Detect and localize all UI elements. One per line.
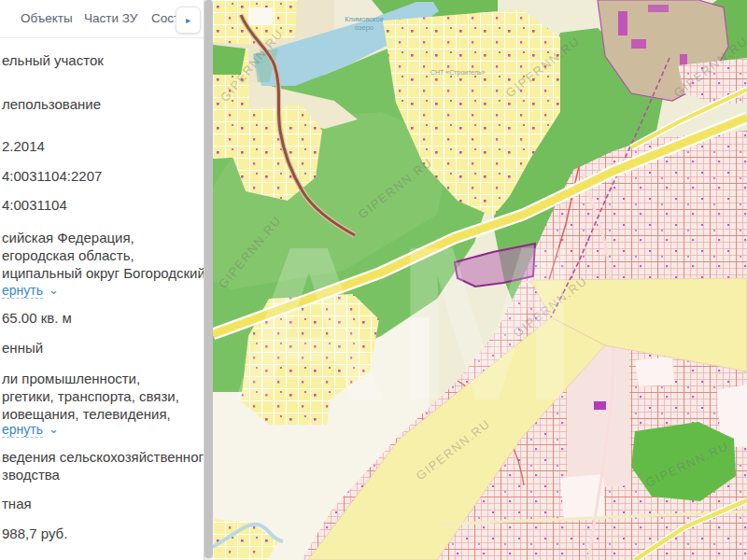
object-type-value: ельный участок (2, 52, 200, 68)
permitted-use-line-2: зводства (2, 467, 200, 483)
land-category-line-1: ли промышленности, (2, 371, 200, 386)
chevron-down-icon: ⌄ (49, 283, 59, 297)
land-category-line-2: ргетики, транспорта, связи, (2, 388, 200, 404)
tab-objects[interactable]: Объекты (21, 11, 73, 25)
ownership-form: тная (2, 496, 200, 511)
tab-parts-zu[interactable]: Части ЗУ (84, 11, 137, 25)
big-site-watermark: АМ (230, 201, 585, 446)
permitted-use-line-1: ведения сельскохозяйственного (2, 449, 200, 465)
expand-link-address[interactable]: ернуть⌄ (2, 283, 200, 298)
object-info-panel: Объекты Части ЗУ Соста ▸ ельный участок … (0, 0, 213, 560)
cadastral-value: 988,7 руб. (2, 525, 200, 541)
accuracy-status: енный (2, 340, 200, 356)
address-line-2: егородская область, (2, 247, 200, 263)
scrollbar-thumb[interactable] (204, 0, 213, 558)
chevron-down-icon: ⌄ (49, 422, 59, 436)
expand-link-label[interactable]: ернуть (2, 283, 43, 299)
cadastral-number: 4:0031104:2207 (2, 168, 200, 184)
address-line-1: сийская Федерация, (2, 230, 200, 245)
cadastral-quarter: 4:0031104 (2, 197, 200, 213)
cadastral-map-app: Объекты Части ЗУ Соста ▸ ельный участок … (0, 0, 747, 560)
land-category-line-3: иовещания, телевидения, (2, 406, 200, 422)
tabs-scroll-button[interactable]: ▸ (176, 7, 201, 34)
lake-label: Климовское (345, 15, 384, 23)
panel-scrollbar[interactable] (204, 0, 213, 560)
chevron-right-icon: ▸ (186, 16, 190, 25)
panel-tab-bar: Объекты Части ЗУ Соста ▸ (0, 0, 204, 38)
snt-label: СНТ «Строитель» (430, 69, 486, 77)
area-value: 65.00 кв. м (2, 310, 200, 326)
cadastral-map[interactable]: GIPERNN.RU GIPERNN.RU GIPERNN.RU GIPERNN… (213, 0, 747, 560)
registration-date: 2.2014 (2, 138, 200, 154)
lake-label: озеро (355, 23, 374, 32)
address-line-3: иципальный округ Богородский, (2, 265, 200, 281)
land-use-value: лепользование (2, 96, 200, 112)
expand-link-category[interactable]: ернуть⌄ (2, 422, 200, 437)
expand-link-label[interactable]: ернуть (2, 422, 43, 438)
